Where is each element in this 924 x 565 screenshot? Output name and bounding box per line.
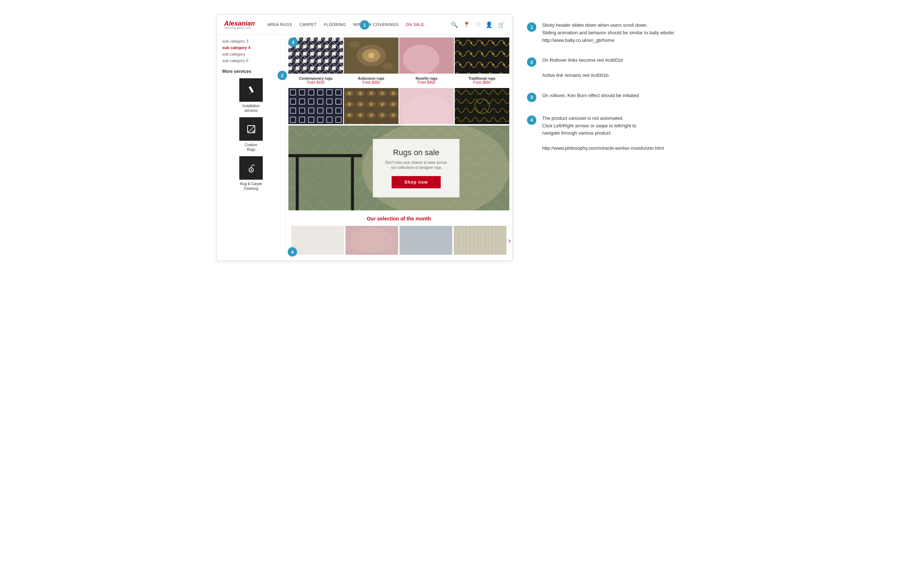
pencil-icon [246, 85, 256, 96]
sidebar-link-sub4[interactable]: sub category 4 [222, 45, 280, 51]
rug-name-novelty: Novelty rugs [400, 76, 453, 81]
svg-point-15 [382, 63, 393, 70]
more-services-title: More services [222, 69, 280, 74]
nav-on-sale[interactable]: ON SALE [406, 22, 424, 27]
annotation-text-1: Sticky header slides down when users scr… [542, 22, 675, 44]
nav-flooring[interactable]: FLOORING [324, 22, 346, 27]
rug-name-traditional: Traditional rugs [456, 76, 508, 81]
annotation-1: 1 Sticky header slides down when users s… [527, 22, 693, 44]
svg-rect-29 [344, 88, 399, 124]
annotation-3: 3 On rollover, Ken Burn effect should be… [527, 92, 693, 102]
cart-icon[interactable]: 🛒 [498, 21, 505, 28]
annotation-text-2: On Rollover links become red #cd001b Act… [542, 57, 623, 79]
svg-rect-49 [454, 226, 506, 255]
shop-now-button[interactable]: Shop now [392, 176, 440, 188]
corner-icon [246, 124, 256, 135]
selection-item-4[interactable] [454, 226, 506, 255]
location-icon[interactable]: 📍 [463, 21, 470, 28]
selection-grid: › 4 [291, 226, 506, 255]
svg-point-18 [403, 45, 439, 73]
annotations-panel: 1 Sticky header slides down when users s… [513, 14, 707, 261]
service-installation-label: Installationservices [243, 103, 260, 113]
cleaning-icon-box [239, 156, 263, 180]
service-cleaning-label: Rug & CarpetCleaning [240, 181, 262, 191]
annotation-badge-4: 4 [288, 247, 297, 256]
rug-name-aubusson: Aubusson rugs [345, 76, 398, 81]
selection-item-2[interactable] [345, 226, 398, 255]
nav-area-rugs[interactable]: AREA RUGS [267, 22, 292, 27]
sidebar-link-sub3[interactable]: sub category 3 [222, 38, 280, 44]
selection-title-main: Our selection [367, 216, 400, 222]
rug-thumb-4[interactable] [455, 88, 510, 124]
nav-carpet[interactable]: CARPET [300, 22, 317, 27]
rug-info-contemporary: Contemporary rugs From $150 [288, 74, 343, 87]
svg-rect-33 [455, 88, 510, 124]
annotation-4: 4 The product carousel is not automated.… [527, 115, 693, 152]
service-cleaning[interactable]: Rug & CarpetCleaning [222, 156, 280, 191]
rug-thumb-1[interactable] [288, 88, 343, 124]
selection-section: Our selection of the month [288, 210, 509, 258]
svg-rect-38 [296, 157, 298, 210]
svg-point-13 [368, 52, 374, 58]
svg-rect-42 [291, 226, 344, 255]
rug-price-aubusson: From $350 [345, 81, 398, 84]
svg-rect-3 [252, 130, 255, 133]
rug-top-grid [288, 37, 509, 73]
annotation-num-1: 1 [527, 22, 536, 32]
svg-point-5 [250, 169, 252, 171]
logo-tagline: TRUSTED SINCE 1925 [224, 27, 255, 29]
sale-title: Rugs on sale [384, 148, 448, 157]
sidebar: sub category 3 sub category 4 sub catego… [217, 34, 285, 261]
annotation-badge-2: 2 [278, 71, 287, 80]
annotation-2: 2 On Rollover links become red #cd001b A… [527, 57, 693, 79]
annotation-num-2: 2 [527, 57, 536, 67]
rug-bottom-grid [288, 88, 509, 124]
rug-info-traditional: Traditional rugs From $950 [455, 74, 510, 87]
rug-item-novelty[interactable] [399, 37, 454, 73]
header-icons: 🔍 📍 ♡ 👤 🛒 [451, 21, 505, 28]
rug-thumb-3[interactable] [399, 88, 454, 124]
carousel-next-arrow[interactable]: › [508, 236, 511, 244]
annotation-num-3: 3 [527, 93, 536, 102]
rug-price-contemporary: From $150 [290, 81, 342, 84]
product-area: 3 [285, 34, 512, 261]
selection-item-1[interactable] [291, 226, 344, 255]
selection-item-3[interactable] [399, 226, 452, 255]
rug-price-novelty: From $450 [400, 81, 453, 84]
service-custom-rugs-label: CustomRugs [245, 142, 257, 152]
sidebar-link-sub5[interactable]: sub category [222, 51, 280, 57]
site-header: Alexanian TRUSTED SINCE 1925 AREA RUGS C… [217, 15, 512, 34]
rug-labels-grid: Contemporary rugs From $150 Aubusson rug… [288, 74, 509, 87]
annotation-num-4: 4 [527, 115, 536, 125]
service-custom-rugs[interactable]: CustomRugs [222, 117, 280, 152]
wishlist-icon[interactable]: ♡ [476, 21, 480, 28]
svg-rect-39 [351, 157, 354, 210]
rug-item-traditional[interactable] [455, 37, 510, 73]
sidebar-links: sub category 3 sub category 4 sub catego… [222, 38, 280, 63]
rug-thumb-2[interactable] [344, 88, 399, 124]
svg-point-44 [350, 228, 393, 253]
custom-rugs-icon-box [239, 117, 263, 141]
svg-point-14 [350, 41, 360, 48]
rug-info-novelty: Novelty rugs From $450 [399, 74, 454, 87]
sale-banner: Rugs on sale Don't miss your chance to s… [288, 126, 509, 210]
annotation-badge-3: 3 [288, 37, 298, 47]
installation-icon-box [239, 78, 263, 102]
account-icon[interactable]: 👤 [486, 21, 493, 28]
selection-title-highlight: of the month [400, 216, 431, 222]
svg-rect-46 [399, 226, 452, 255]
main-content: sub category 3 sub category 4 sub catego… [217, 34, 512, 261]
rug-item-aubusson[interactable] [344, 37, 399, 73]
sale-desc: Don't miss your chance to save acrossour… [384, 160, 448, 170]
logo: Alexanian TRUSTED SINCE 1925 [224, 20, 260, 29]
vacuum-icon [246, 163, 256, 174]
svg-rect-0 [248, 86, 254, 93]
svg-rect-37 [288, 154, 362, 157]
sidebar-link-sub6[interactable]: sub category 6 [222, 58, 280, 63]
rug-info-aubusson: Aubusson rugs From $350 [344, 74, 399, 87]
service-installation[interactable]: Installationservices [222, 78, 280, 113]
search-icon[interactable]: 🔍 [451, 21, 458, 28]
sale-card: Rugs on sale Don't miss your chance to s… [373, 139, 459, 197]
logo-text: Alexanian [224, 20, 255, 27]
svg-rect-21 [455, 37, 510, 73]
